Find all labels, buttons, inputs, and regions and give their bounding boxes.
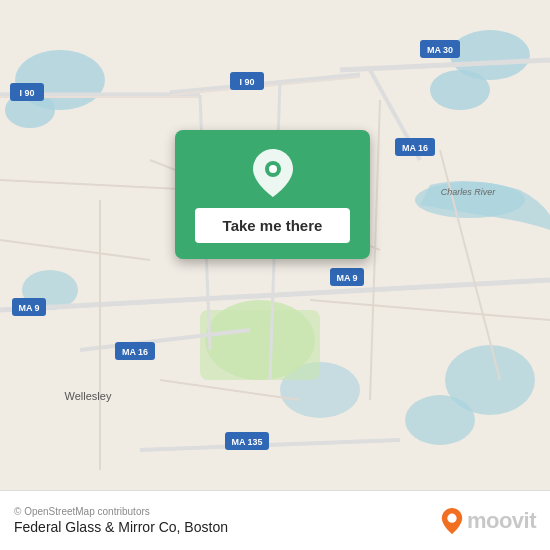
svg-text:MA 16: MA 16 [122,347,148,357]
svg-text:Wellesley: Wellesley [65,390,112,402]
svg-rect-11 [200,310,320,380]
moovit-logo: moovit [441,508,536,534]
map-container: I 90 I 90 MA 30 MA 16 MA 9 MA 9 MA 16 MA… [0,0,550,490]
moovit-pin-icon [441,508,463,534]
location-card: Take me there [175,130,370,259]
svg-text:MA 135: MA 135 [231,437,262,447]
svg-point-50 [269,165,277,173]
svg-text:I 90: I 90 [239,77,254,87]
svg-text:I 90: I 90 [19,88,34,98]
svg-point-51 [447,513,456,522]
location-pin-icon [248,148,298,198]
svg-point-4 [430,70,490,110]
take-me-there-button[interactable]: Take me there [195,208,350,243]
bottom-bar: © OpenStreetMap contributors Federal Gla… [0,490,550,550]
svg-text:MA 16: MA 16 [402,143,428,153]
svg-text:MA 9: MA 9 [18,303,39,313]
moovit-text: moovit [467,508,536,534]
company-name: Federal Glass & Mirror Co, Boston [14,519,228,535]
bottom-left: © OpenStreetMap contributors Federal Gla… [14,506,228,535]
attribution: © OpenStreetMap contributors [14,506,228,517]
svg-point-7 [405,395,475,445]
svg-text:MA 30: MA 30 [427,45,453,55]
svg-text:Charles River: Charles River [441,187,497,197]
svg-text:MA 9: MA 9 [336,273,357,283]
